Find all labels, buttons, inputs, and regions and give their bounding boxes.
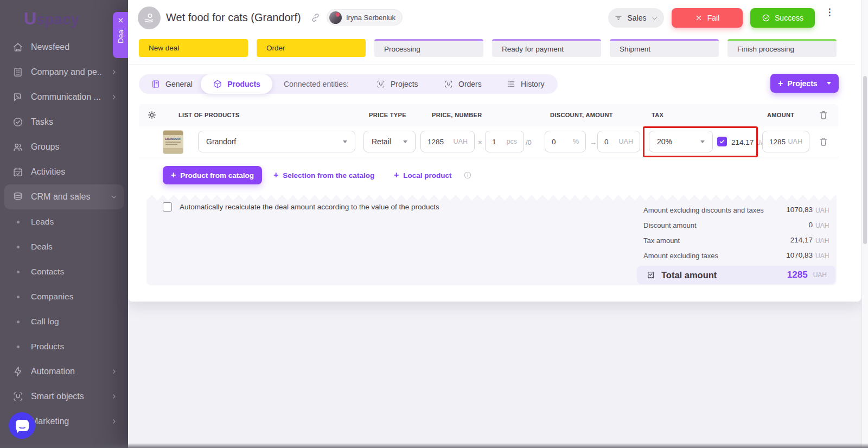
button-label: Local product (403, 171, 451, 180)
tab-label: Orders (458, 80, 482, 88)
stage-ready-for-payment[interactable]: Ready for payment (492, 39, 601, 57)
product-thumbnail: GRANDORF (163, 130, 183, 154)
stage-order[interactable]: Order (257, 39, 366, 57)
tab-label: General (165, 80, 193, 88)
copy-link-icon[interactable] (310, 12, 321, 23)
fail-button[interactable]: Fail (672, 8, 743, 28)
sidebar-item-activities[interactable]: Activities (4, 159, 124, 184)
total-unit: UAH (813, 271, 827, 279)
tax-rate-select[interactable]: 20% (649, 131, 713, 152)
coins-stack-icon (12, 191, 24, 203)
chevron-down-icon (403, 140, 407, 143)
tab-history[interactable]: History (506, 74, 545, 94)
sidebar-item-communication[interactable]: Communication ... (4, 85, 124, 110)
tax-amount: 214.17 (731, 138, 754, 146)
recalculate-checkbox[interactable] (163, 202, 172, 212)
sidebar-item-groups[interactable]: Groups (4, 135, 124, 159)
plus-icon: + (273, 171, 278, 180)
stage-label: Finish processing (737, 45, 794, 53)
sidebar-item-label: Smart objects (31, 392, 103, 401)
sidebar-item-call-log[interactable]: Call log (4, 309, 124, 334)
deal-slideover-tab[interactable]: Deal (113, 12, 128, 58)
stage-finish-processing[interactable]: Finish processing (727, 39, 837, 57)
sidebar-item-label: Communication ... (31, 92, 103, 102)
quantity-input[interactable]: 1 pcs (485, 131, 524, 152)
local-product-button[interactable]: + Local product (394, 166, 452, 184)
selection-from-catalog-button[interactable]: + Selection from the catalog (273, 166, 374, 184)
sidebar-item-newsfeed[interactable]: Newsfeed (4, 35, 124, 60)
delete-row-icon[interactable] (818, 136, 829, 147)
input-value: 0 (552, 138, 556, 146)
close-icon[interactable] (117, 17, 124, 24)
check-icon (719, 138, 725, 145)
uspacy-logo[interactable]: U spacy (24, 9, 79, 29)
sidebar-item-deals[interactable]: Deals (4, 234, 124, 259)
col-header-list: LIST OF PRODUCTS (178, 112, 240, 118)
stage-processing[interactable]: Processing (374, 39, 483, 57)
summary-label: Discount amount (643, 221, 697, 229)
currency-unit: UAH (454, 138, 468, 145)
delete-all-icon[interactable] (818, 110, 829, 120)
summary-unit: UAH (815, 222, 829, 229)
success-button[interactable]: Success (750, 8, 815, 28)
more-actions-button[interactable]: ⋮ (825, 10, 834, 26)
deal-summary: Automatically recalculate the deal amoun… (146, 195, 837, 285)
sidebar-item-crm[interactable]: CRM and sales (4, 184, 124, 209)
add-projects-button[interactable]: + Projects (770, 74, 839, 93)
product-from-catalog-button[interactable]: + Product from catalog (163, 166, 262, 184)
col-header-discount: DISCOUNT, AMOUNT (550, 112, 613, 118)
scrollbar-thumb[interactable] (863, 76, 867, 244)
smart-object-icon (12, 391, 24, 402)
bottom-shadow (0, 443, 868, 448)
select-value: Retail (372, 137, 391, 146)
stage-label: Processing (384, 45, 420, 53)
tab-general[interactable]: General (151, 74, 193, 94)
cube-icon (213, 79, 222, 89)
chat-widget-button[interactable] (9, 412, 35, 439)
deal-tab-label: Deal (117, 28, 125, 43)
chevron-down-icon[interactable] (827, 82, 831, 85)
total-value: 1285 (787, 270, 808, 280)
tab-orders[interactable]: Orders (444, 74, 482, 94)
tab-products[interactable]: Products (201, 74, 272, 94)
summary-unit: UAH (815, 252, 829, 260)
sidebar-item-smart-objects[interactable]: Smart objects (4, 384, 124, 409)
price-input[interactable]: 1285 UAH (420, 131, 475, 152)
funnel-selector[interactable]: Sales (608, 8, 664, 28)
chevron-right-icon (110, 367, 118, 376)
sidebar-item-products[interactable]: Products (4, 334, 124, 359)
button-label: Product from catalog (180, 171, 254, 180)
quantity-unit: pcs (507, 138, 517, 145)
sidebar-item-tasks[interactable]: Tasks (4, 110, 124, 135)
discount-percent-input[interactable]: 0 % (545, 131, 586, 152)
sidebar-item-company[interactable]: Company and pe... (4, 60, 124, 85)
tab-projects[interactable]: Projects (376, 74, 418, 94)
sawtooth-edge (146, 195, 837, 201)
amount-input[interactable]: 1285 UAH (762, 131, 809, 152)
arrow-sign: → (590, 138, 597, 146)
sidebar-item-leads[interactable]: Leads (4, 209, 124, 234)
tax-included-checkbox[interactable] (717, 137, 727, 146)
bullet-icon (12, 321, 24, 323)
owner-chip[interactable]: Iryna Serbeniuk (327, 9, 403, 25)
stage-label: Ready for payment (502, 45, 564, 53)
gear-icon[interactable] (146, 110, 157, 120)
calendar-icon (12, 166, 24, 178)
product-name-select[interactable]: Grandorf (198, 131, 355, 152)
sidebar-item-contacts[interactable]: Contacts (4, 259, 124, 284)
sidebar-item-automation[interactable]: Automation (4, 359, 124, 384)
chevron-right-icon (110, 392, 118, 401)
price-type-select[interactable]: Retail (363, 131, 416, 152)
stage-new-deal[interactable]: New deal (139, 39, 248, 57)
select-value: Grandorf (206, 137, 236, 146)
sidebar-item-label: Marketing (31, 417, 103, 426)
sidebar-item-companies[interactable]: Companies (4, 284, 124, 309)
discount-amount-input[interactable]: 0 UAH (597, 131, 640, 152)
info-icon[interactable] (463, 171, 472, 180)
stage-shipment[interactable]: Shipment (610, 39, 719, 57)
input-value: 0 (604, 138, 609, 146)
scrollbar-track[interactable] (861, 0, 868, 448)
owner-name: Iryna Serbeniuk (346, 14, 395, 22)
chevron-down-icon (700, 140, 705, 143)
summary-value: 1070,83 (726, 206, 813, 214)
